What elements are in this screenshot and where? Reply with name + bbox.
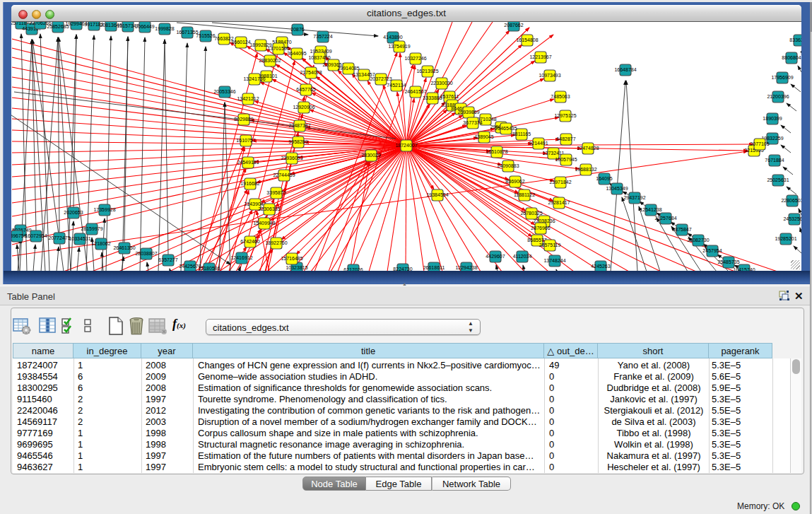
- svg-text:6482877: 6482877: [556, 136, 575, 141]
- svg-text:29914085: 29914085: [337, 66, 359, 71]
- svg-text:3395870: 3395870: [266, 190, 286, 195]
- svg-text:20372723: 20372723: [370, 76, 392, 81]
- svg-text:4143890: 4143890: [383, 35, 402, 40]
- svg-text:6357277: 6357277: [158, 257, 177, 262]
- svg-text:12920906: 12920906: [293, 105, 314, 110]
- svg-text:25465435: 25465435: [495, 126, 517, 131]
- svg-text:28830202: 28830202: [259, 58, 281, 63]
- svg-text:22744459: 22744459: [273, 173, 295, 177]
- svg-text:6457765: 6457765: [296, 87, 315, 92]
- svg-text:12541238: 12541238: [640, 207, 661, 212]
- svg-text:19285201: 19285201: [775, 236, 796, 241]
- svg-text:20876: 20876: [290, 27, 305, 32]
- svg-text:12975125: 12975125: [554, 113, 576, 118]
- svg-text:26618611: 26618611: [423, 265, 445, 270]
- svg-text:2087662: 2087662: [504, 23, 523, 28]
- svg-text:22330030: 22330030: [430, 81, 452, 86]
- svg-text:13421212: 13421212: [237, 96, 259, 101]
- svg-text:12294238: 12294238: [455, 265, 477, 270]
- svg-text:15716485: 15716485: [281, 256, 302, 261]
- svg-text:15180586: 15180586: [198, 266, 220, 271]
- svg-text:7485063: 7485063: [551, 94, 570, 99]
- svg-text:4389045: 4389045: [474, 134, 493, 139]
- svg-text:9875847: 9875847: [672, 227, 691, 232]
- svg-text:2830029: 2830029: [361, 153, 380, 158]
- svg-text:4245263: 4245263: [591, 264, 610, 269]
- svg-text:13241736: 13241736: [243, 76, 265, 81]
- svg-text:28038807: 28038807: [135, 251, 157, 256]
- svg-text:8224730: 8224730: [393, 267, 412, 271]
- svg-text:22474828: 22474828: [577, 146, 599, 151]
- svg-text:8336273: 8336273: [789, 37, 801, 42]
- svg-text:18724007: 18724007: [395, 143, 417, 148]
- svg-text:10837430: 10837430: [308, 55, 330, 60]
- svg-text:24090883: 24090883: [497, 163, 519, 168]
- svg-text:16072954: 16072954: [25, 233, 47, 238]
- svg-text:13045349: 13045349: [606, 186, 628, 191]
- svg-text:23936053: 23936053: [281, 156, 302, 160]
- svg-text:16648784: 16648784: [614, 67, 636, 72]
- svg-text:8029889: 8029889: [234, 117, 253, 122]
- svg-text:2020653: 2020653: [64, 210, 83, 215]
- svg-text:28082730: 28082730: [687, 238, 709, 243]
- svg-text:17956909: 17956909: [771, 75, 793, 80]
- svg-text:13754919: 13754919: [388, 44, 410, 49]
- svg-text:10057945: 10057945: [555, 157, 577, 162]
- svg-text:20053346: 20053346: [213, 89, 235, 94]
- svg-text:3333883: 3333883: [423, 95, 442, 100]
- svg-text:22306335: 22306335: [258, 206, 280, 211]
- svg-text:10323815: 10323815: [286, 265, 307, 270]
- svg-text:2066449: 2066449: [135, 24, 154, 29]
- svg-text:17359928: 17359928: [93, 207, 115, 212]
- svg-text:15409948: 15409948: [253, 221, 275, 226]
- svg-text:16154808: 16154808: [516, 37, 538, 42]
- svg-text:19384554: 19384554: [426, 192, 448, 197]
- svg-text:7515526: 7515526: [196, 33, 215, 38]
- svg-text:23487347: 23487347: [288, 123, 310, 128]
- svg-text:7671884: 7671884: [765, 158, 784, 163]
- svg-text:8369062: 8369062: [505, 179, 524, 184]
- svg-text:21754078: 21754078: [300, 70, 322, 75]
- svg-text:26780325: 26780325: [520, 211, 542, 216]
- svg-text:25025631: 25025631: [767, 177, 789, 182]
- svg-text:1218062: 1218062: [91, 241, 110, 246]
- svg-text:10327246: 10327246: [404, 56, 426, 61]
- svg-text:13748244: 13748244: [543, 258, 565, 263]
- svg-text:2876966: 2876966: [531, 226, 550, 230]
- svg-text:3677374: 3677374: [463, 120, 482, 125]
- svg-text:164095: 164095: [596, 176, 612, 181]
- svg-text:16415740: 16415740: [733, 267, 755, 271]
- svg-text:4112034: 4112034: [513, 254, 532, 259]
- svg-text:3644095: 3644095: [287, 51, 306, 56]
- svg-text:25485735: 25485735: [717, 259, 739, 264]
- svg-text:24532561: 24532561: [783, 216, 801, 221]
- svg-text:1890399: 1890399: [763, 116, 782, 121]
- svg-text:23971842: 23971842: [549, 180, 571, 185]
- svg-text:1916682: 1916682: [240, 181, 259, 186]
- svg-text:24549181: 24549181: [237, 160, 259, 165]
- svg-text:9958289: 9958289: [288, 139, 307, 144]
- svg-text:1610757: 1610757: [236, 138, 255, 143]
- svg-text:2077105: 2077105: [750, 141, 769, 146]
- svg-text:21439044: 21439044: [244, 201, 266, 206]
- svg-text:28159979: 28159979: [81, 226, 102, 231]
- svg-text:28575119: 28575119: [539, 243, 561, 247]
- svg-text:9214491: 9214491: [529, 141, 548, 146]
- svg-text:29281417: 29281417: [548, 200, 570, 205]
- svg-text:7357224: 7357224: [313, 34, 332, 39]
- svg-text:7452134: 7452134: [387, 83, 406, 88]
- svg-text:29437192: 29437192: [623, 195, 645, 200]
- svg-text:6217026: 6217026: [343, 267, 363, 271]
- svg-text:2537611: 2537611: [440, 94, 459, 99]
- svg-text:4429607: 4429607: [486, 254, 505, 259]
- svg-text:24641507: 24641507: [404, 89, 426, 94]
- svg-text:8811165: 8811165: [512, 132, 531, 136]
- svg-text:16213925: 16213925: [416, 69, 438, 74]
- svg-text:2457954: 2457954: [702, 248, 722, 253]
- svg-text:12416912: 12416912: [230, 255, 252, 260]
- svg-text:21257684: 21257684: [654, 216, 676, 221]
- svg-text:26461350: 26461350: [113, 245, 135, 250]
- svg-text:19688132: 19688132: [575, 167, 596, 172]
- svg-text:21200396: 21200396: [767, 94, 789, 99]
- svg-text:10334531: 10334531: [69, 236, 90, 241]
